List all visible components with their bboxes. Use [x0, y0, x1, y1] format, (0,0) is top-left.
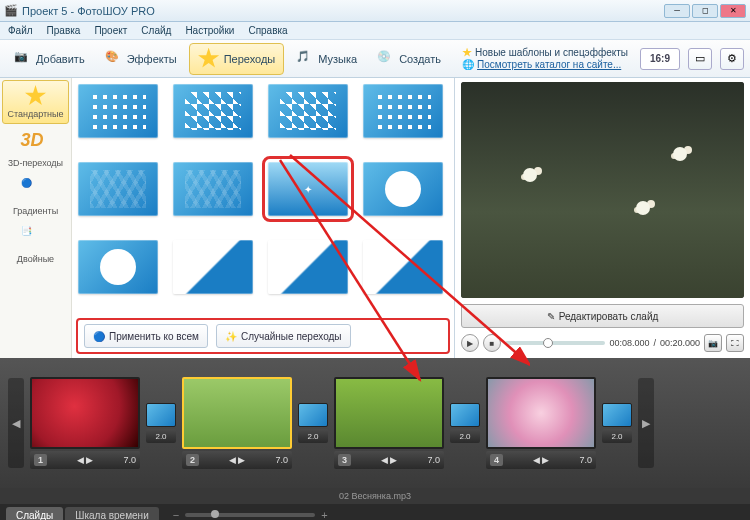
bottom-tabs: Слайды Шкала времени −+ [0, 504, 750, 520]
transition-slot-1[interactable]: 2.0 [146, 403, 176, 443]
clip-2[interactable]: 2◀ ▶7.0 [182, 377, 292, 469]
category-3d[interactable]: 3D3D-переходы [2, 126, 69, 172]
app-icon: 🎬 [4, 4, 18, 18]
timeline-next[interactable]: ▶ [638, 378, 654, 468]
preview-viewport [461, 82, 744, 298]
transition-thumb[interactable] [363, 162, 443, 216]
create-button[interactable]: 💿Создать [369, 46, 449, 72]
transition-thumb[interactable] [173, 162, 253, 216]
play-button[interactable]: ▶ [461, 334, 479, 352]
menubar: Файл Правка Проект Слайд Настройки Справ… [0, 22, 750, 40]
tab-slides[interactable]: Слайды [6, 507, 63, 521]
gradient-icon: 🔵 [21, 178, 51, 204]
3d-icon: 3D [21, 130, 51, 156]
category-sidebar: Стандартные 3D3D-переходы 🔵Градиенты 📑Дв… [0, 78, 72, 358]
aspect-ratio[interactable]: 16:9 [640, 48, 680, 70]
window-title: Проект 5 - ФотоШОУ PRO [22, 5, 664, 17]
playback-bar: ▶ ■ 00:08.000 / 00:20.000 📷 ⛶ [461, 332, 744, 354]
snapshot-button[interactable]: 📷 [704, 334, 722, 352]
close-button[interactable]: ✕ [720, 4, 746, 18]
toolbar: 📷Добавить 🎨Эффекты Переходы 🎵Музыка 💿Соз… [0, 40, 750, 78]
category-gradients[interactable]: 🔵Градиенты [2, 174, 69, 220]
palette-icon: 🎨 [105, 50, 123, 68]
camera-icon: 📷 [14, 50, 32, 68]
clip-3[interactable]: 3◀ ▶7.0 [334, 377, 444, 469]
clip-4[interactable]: 4◀ ▶7.0 [486, 377, 596, 469]
menu-help[interactable]: Справка [248, 25, 287, 36]
transition-thumb[interactable] [78, 84, 158, 138]
menu-edit[interactable]: Правка [47, 25, 81, 36]
category-double[interactable]: 📑Двойные [2, 222, 69, 268]
random-button[interactable]: ✨Случайные переходы [216, 324, 351, 348]
transition-thumb[interactable] [78, 162, 158, 216]
stop-button[interactable]: ■ [483, 334, 501, 352]
transition-thumb[interactable] [363, 84, 443, 138]
star-icon [462, 48, 472, 58]
effects-button[interactable]: 🎨Эффекты [97, 46, 185, 72]
transition-thumb[interactable] [78, 240, 158, 294]
transition-thumb[interactable] [173, 84, 253, 138]
music-button[interactable]: 🎵Музыка [288, 46, 365, 72]
timeline-prev[interactable]: ◀ [8, 378, 24, 468]
pencil-icon: ✎ [547, 311, 555, 322]
apply-all-button[interactable]: 🔵Применить ко всем [84, 324, 208, 348]
preview-mode-button[interactable]: ▭ [688, 48, 712, 70]
transition-slot-4[interactable]: 2.0 [602, 403, 632, 443]
titlebar: 🎬 Проект 5 - ФотоШОУ PRO ─ ◻ ✕ [0, 0, 750, 22]
action-bar: 🔵Применить ко всем ✨Случайные переходы [76, 318, 450, 354]
audio-track[interactable]: 02 Веснянка.mp3 [0, 488, 750, 504]
globe-icon: 🌐 [462, 59, 474, 70]
star-icon [198, 48, 220, 70]
promo-link[interactable]: Посмотреть каталог на сайте... [477, 59, 621, 70]
star-icon [25, 85, 47, 107]
music-icon: 🎵 [296, 50, 314, 68]
transitions-grid [72, 78, 454, 314]
menu-file[interactable]: Файл [8, 25, 33, 36]
promo-text: Новые шаблоны и спецэффекты [475, 47, 628, 58]
category-standard[interactable]: Стандартные [2, 80, 69, 124]
globe-icon: 🔵 [93, 331, 105, 342]
zoom-control[interactable]: −+ [161, 509, 744, 520]
maximize-button[interactable]: ◻ [692, 4, 718, 18]
transitions-panel: Стандартные 3D3D-переходы 🔵Градиенты 📑Дв… [0, 78, 455, 358]
menu-settings[interactable]: Настройки [185, 25, 234, 36]
wand-icon: ✨ [225, 331, 237, 342]
seek-slider[interactable] [505, 341, 605, 345]
fullscreen-button[interactable]: ⛶ [726, 334, 744, 352]
tab-timescale[interactable]: Шкала времени [65, 507, 158, 521]
timeline: ◀ 1◀ ▶7.0 2.0 2◀ ▶7.0 2.0 3◀ ▶7.0 2.0 4◀… [0, 358, 750, 488]
transition-thumb[interactable] [268, 84, 348, 138]
transition-slot-3[interactable]: 2.0 [450, 403, 480, 443]
menu-slide[interactable]: Слайд [141, 25, 171, 36]
time-current: 00:08.000 [609, 338, 649, 348]
clip-1[interactable]: 1◀ ▶7.0 [30, 377, 140, 469]
add-button[interactable]: 📷Добавить [6, 46, 93, 72]
transitions-button[interactable]: Переходы [189, 43, 285, 75]
transition-thumb[interactable] [268, 240, 348, 294]
double-icon: 📑 [21, 226, 51, 252]
disc-icon: 💿 [377, 50, 395, 68]
transition-thumb-selected[interactable] [268, 162, 348, 216]
transition-thumb[interactable] [173, 240, 253, 294]
transition-thumb[interactable] [363, 240, 443, 294]
minimize-button[interactable]: ─ [664, 4, 690, 18]
transition-slot-2[interactable]: 2.0 [298, 403, 328, 443]
promo-box: Новые шаблоны и спецэффекты 🌐Посмотреть … [462, 47, 628, 70]
menu-project[interactable]: Проект [94, 25, 127, 36]
time-total: 00:20.000 [660, 338, 700, 348]
settings-button[interactable]: ⚙ [720, 48, 744, 70]
edit-slide-button[interactable]: ✎Редактировать слайд [461, 304, 744, 328]
preview-panel: ✎Редактировать слайд ▶ ■ 00:08.000 / 00:… [455, 78, 750, 358]
